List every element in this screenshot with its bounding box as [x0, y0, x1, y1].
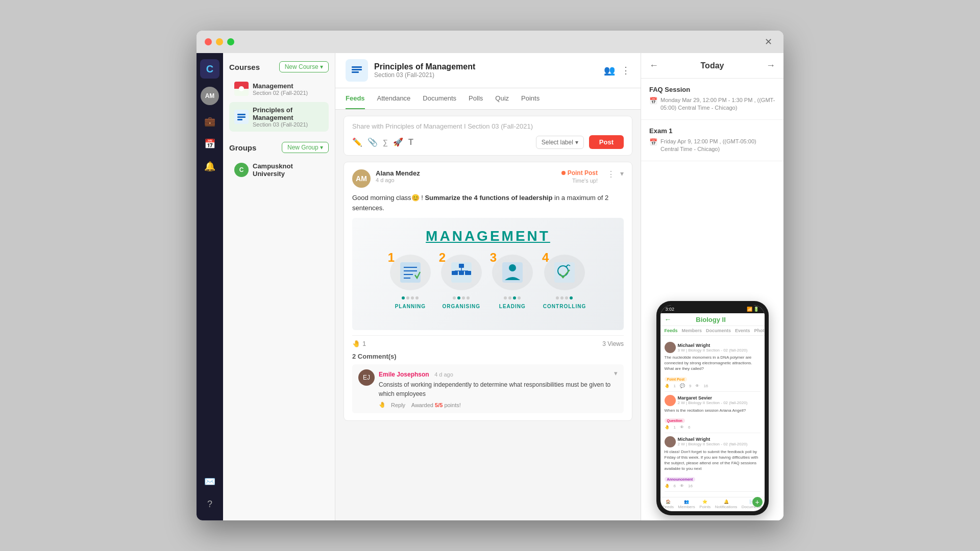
app-window: ✕ C AM 💼 📅 🔔 ✉️ ? Courses New Course ▾ [197, 31, 783, 520]
course-main-section: Section 03 (Fall-2021) [374, 71, 475, 79]
text-icon[interactable]: T [408, 138, 413, 147]
principles-flag [234, 110, 249, 124]
comment-expand-icon[interactable]: ▾ [614, 369, 618, 377]
sidebar-item-mail[interactable]: ✉️ [201, 472, 219, 491]
brand-icon: C [206, 63, 213, 75]
phone-tab-documents[interactable]: Documents [706, 328, 731, 333]
phone-tab-photos[interactable]: Photos [754, 328, 765, 333]
formula-icon[interactable]: ∑ [383, 138, 388, 146]
next-arrow-icon[interactable]: → [766, 60, 775, 71]
group-item-campusknot[interactable]: C Campusknot University [229, 158, 329, 182]
campusknot-info: Campusknot University [253, 162, 324, 178]
minimize-traffic-light[interactable] [216, 38, 223, 45]
reaction-icon[interactable]: 🤚 [352, 340, 360, 347]
phone-like-icon-1[interactable]: 🤚 [665, 384, 670, 388]
mgmt-dots-2 [453, 296, 470, 299]
mgmt-title: MANAGEMENT [426, 228, 550, 244]
exam-time-text: Friday Apr 9, 12:00 PM , ((GMT-05:00) Ce… [660, 138, 775, 154]
tab-feeds[interactable]: Feeds [346, 88, 365, 109]
reply-link[interactable]: Reply [391, 402, 405, 408]
post-button[interactable]: Post [589, 135, 624, 149]
phone-badge-2: Question [665, 418, 685, 423]
svg-rect-17 [459, 264, 464, 268]
phone-view-icon-2: 👁 [680, 425, 684, 430]
more-options-icon[interactable]: ⋮ [621, 65, 630, 76]
mgmt-dots-1 [402, 296, 419, 299]
mgmt-number-2: 2 [439, 251, 446, 265]
svg-rect-9 [352, 69, 362, 70]
phone-comment-count-1: 9 [689, 384, 691, 388]
exam-title: Exam 1 [649, 127, 775, 135]
prev-arrow-icon[interactable]: ← [649, 60, 658, 71]
tab-quiz[interactable]: Quiz [495, 88, 509, 109]
phone-like-count-1: 1 [674, 384, 676, 388]
sidebar-item-calendar[interactable]: 📅 [201, 135, 219, 153]
phone-nav-points[interactable]: ⭐ Points [699, 499, 710, 509]
app-body: C AM 💼 📅 🔔 ✉️ ? Courses New Course ▾ [197, 53, 783, 520]
phone-like-count-3: 6 [674, 484, 676, 488]
brand-logo: C [200, 59, 219, 79]
tab-attendance[interactable]: Attendance [377, 88, 411, 109]
phone-tab-events[interactable]: Events [735, 328, 750, 333]
phone-fab-button[interactable]: + [752, 497, 763, 507]
attach-icon[interactable]: 📎 [368, 137, 378, 147]
campusknot-name: Campusknot University [253, 162, 324, 178]
phone-view-count-1: 16 [703, 384, 708, 388]
svg-rect-6 [237, 119, 242, 120]
awarded-prefix: Awarded [411, 402, 435, 408]
tab-polls[interactable]: Polls [469, 88, 483, 109]
edit-icon[interactable]: ✏️ [352, 137, 362, 147]
phone-tab-members[interactable]: Members [682, 328, 702, 333]
window-close-button[interactable]: ✕ [761, 35, 775, 49]
tab-points[interactable]: Points [521, 88, 540, 109]
phone-tab-feeds[interactable]: Feeds [665, 328, 678, 333]
post-content: Good morning class😊 ! Summarize the 4 fu… [352, 193, 624, 213]
phone-nav-points-label: Points [699, 505, 710, 509]
phone-back-button[interactable]: ← [665, 315, 672, 323]
phone-like-icon-3[interactable]: 🤚 [665, 484, 670, 488]
tab-documents[interactable]: Documents [423, 88, 456, 109]
phone-nav-members[interactable]: 👥 Members [678, 499, 695, 509]
label-select-dropdown[interactable]: Select label ▾ [536, 136, 584, 149]
fullscreen-traffic-light[interactable] [227, 38, 234, 45]
phone-post-1: Michael Wright 3 W | Biology II Section … [665, 339, 761, 392]
mgmt-label-2: ORGANISING [443, 304, 480, 309]
points-earned: 5/5 [435, 402, 443, 408]
close-traffic-light[interactable] [205, 38, 212, 45]
phone-post-2-name: Margaret Sevier [678, 395, 761, 400]
post-options-icon[interactable]: ⋮ [607, 169, 615, 179]
sidebar-item-bell[interactable]: 🔔 [201, 157, 219, 176]
calendar-small-icon: 📅 [649, 96, 657, 106]
reaction-count: 1 [362, 340, 366, 347]
members-icon[interactable]: 👥 [604, 65, 615, 76]
views-count: 3 Views [602, 340, 624, 347]
post-collapse-icon[interactable]: ▾ [620, 169, 624, 178]
phone-comment-icon-1[interactable]: 💬 [680, 384, 685, 388]
mgmt-dots-4 [556, 296, 573, 299]
composer-input[interactable]: Share with Principles of Management I Se… [352, 122, 624, 130]
phone-post-1-sub: 3 W | Biology II Section - 02 (fall-2020… [678, 348, 761, 353]
sidebar-item-briefcase[interactable]: 💼 [201, 112, 219, 131]
phone-screen: 3:02 📶 🔋 ← Biology II Feeds [660, 305, 765, 511]
new-course-button[interactable]: New Course ▾ [279, 61, 329, 72]
comment-avatar: EJ [358, 369, 375, 386]
course-tabs: Feeds Attendance Documents Polls Quiz Po… [335, 88, 641, 110]
phone-nav-notifications[interactable]: 🔔 Notifications [715, 499, 738, 509]
sidebar-item-help[interactable]: ? [201, 495, 219, 513]
avatar[interactable]: AM [201, 87, 219, 105]
course-item-management[interactable]: Management Section 02 (Fall-2021) [229, 78, 329, 100]
management-image: MANAGEMENT 1 [352, 218, 624, 330]
phone-post-2-actions: 🤚 1 👁 6 [665, 425, 761, 430]
new-group-button[interactable]: New Group ▾ [282, 142, 329, 153]
mgmt-label-3: LEADING [499, 304, 526, 309]
course-item-principles[interactable]: Principles of Management Section 03 (Fal… [229, 102, 329, 132]
management-flag [234, 82, 249, 96]
phone-post-3-sub: 2 W | Biology II Section - 02 (fall-2020… [678, 442, 761, 446]
campusknot-avatar: C [234, 163, 249, 177]
comment-reaction-icon[interactable]: 🤚 [379, 402, 386, 408]
post-reactions: 🤚 1 [352, 340, 366, 347]
phone-nav-members-icon: 👥 [684, 499, 689, 504]
publish-icon[interactable]: 🚀 [393, 137, 403, 147]
phone-nav-feeds[interactable]: 🏠 Feeds [663, 499, 674, 509]
phone-like-icon-2[interactable]: 🤚 [665, 425, 670, 430]
